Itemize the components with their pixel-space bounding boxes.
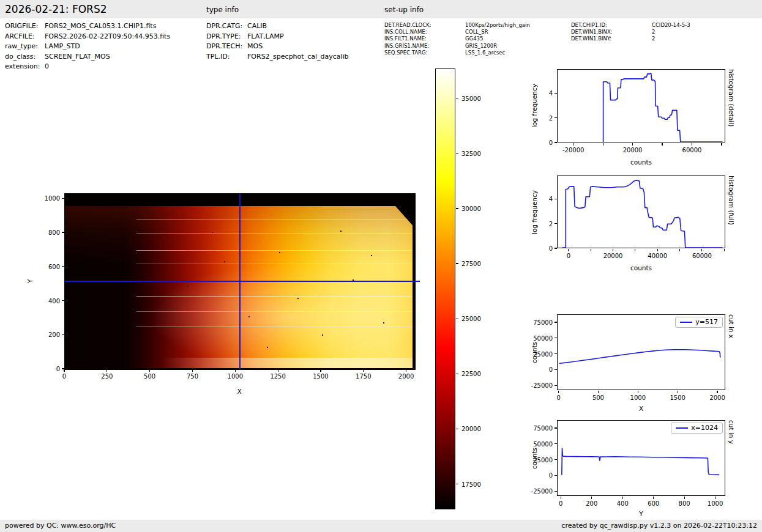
cut-x-caption: cut in x (728, 314, 735, 390)
bottom-bright-band (128, 358, 415, 368)
setup-info-row: INS.FILT1.NAME:GG435 (384, 35, 530, 42)
cut-y-caption: cut in y (728, 420, 735, 496)
hist-full-y-axis: 024 (528, 175, 557, 248)
file-info-row: extension:0 (5, 62, 170, 72)
crosshair-horizontal-y517 (65, 281, 420, 282)
legend-line-swatch (676, 427, 688, 429)
setup-info-heading: set-up info (384, 6, 424, 14)
type-info-row: DPR.TYPE:FLAT,LAMP (206, 32, 349, 42)
colorbar-axis: 3500032500300002750025000225002000017500 (456, 68, 490, 509)
setup-info-row: DET.WIN1.BINY:2 (571, 35, 690, 42)
footer-left-text: powered by QC: www.eso.org/HC (5, 520, 116, 532)
cut-x-x-label: X (557, 405, 725, 412)
file-info-block: ORIGFILE:FORS2_MOS_CAL053.1.CHIP1.fits A… (5, 21, 170, 72)
type-info-heading: type info (206, 6, 239, 14)
cut-y-legend: x=1024 (671, 423, 723, 434)
page-title: 2026-02-21: FORS2 (5, 3, 107, 15)
hist-full-x-label: counts (557, 264, 725, 272)
main-y-axis-label: Y (26, 193, 34, 369)
qc-report-page: { "header": { "title": "2026-02-21: FORS… (0, 0, 762, 532)
type-info-block: DPR.CATG:CALIB DPR.TYPE:FLAT,LAMP DPR.TE… (206, 21, 349, 62)
file-info-row: do_class:SCREEN_FLAT_MOS (5, 52, 170, 62)
cut-y-x-axis: 02004006008001000 (557, 497, 725, 509)
setup-info-row: DET.CHIP1.ID:CCID20-14-5-3 (571, 22, 690, 29)
hist-full-caption: histogram (full) (728, 175, 735, 248)
setup-info-row: SEQ.SPEC.TARG:LSS_1.6_arcsec (384, 50, 530, 56)
hist-detail-x-axis: -200002000060000 (557, 143, 725, 155)
setup-info-row: DET.WIN1.BINX:2 (571, 29, 690, 35)
type-info-row: DPR.CATG:CALIB (206, 21, 349, 32)
cut-x-y-axis: -250000250005000075000 (528, 314, 557, 390)
footer-bar: powered by QC: www.eso.org/HC created by… (0, 520, 762, 532)
footer-right-text: created by qc_rawdisp.py v1.2.3 on 2026-… (561, 520, 757, 532)
type-info-row: DPR.TECH:MOS (206, 42, 349, 52)
hist-detail-x-label: counts (557, 158, 725, 166)
main-x-axis: 025050075010001250150017502000 (64, 369, 414, 383)
setup-info-block-1: DET.READ.CLOCK:100Kps/2ports/high_gain I… (384, 22, 530, 56)
histogram-full-plot (557, 175, 725, 248)
legend-line-swatch (680, 322, 692, 323)
main-y-axis: 02004006008001000 (35, 193, 64, 369)
hist-detail-y-axis: 024 (528, 69, 557, 142)
cut-y-x-label: Y (557, 510, 725, 517)
colorbar (435, 68, 455, 509)
cut-y-y-axis: -250000250005000075000 (528, 420, 557, 496)
main-x-axis-label: X (64, 388, 414, 395)
cut-x-x-axis: 0500100015002000 (557, 391, 725, 403)
setup-info-row: INS.GRIS1.NAME:GRIS_1200R (384, 43, 530, 50)
file-info-row: raw_type:LAMP_STD (5, 42, 170, 52)
setup-info-row: INS.COLL.NAME:COLL_SR (384, 29, 530, 35)
hist-full-x-axis: 0200004000060000 (557, 249, 725, 261)
cut-x-legend: y=517 (675, 317, 723, 328)
file-info-row: ARCFILE:FORS2.2026-02-22T09:50:44.953.fi… (5, 32, 170, 42)
header-bar (0, 0, 762, 18)
raw-image-heatmap (64, 193, 416, 370)
setup-info-block-2: DET.CHIP1.ID:CCID20-14-5-3 DET.WIN1.BINX… (571, 22, 690, 43)
setup-info-row: DET.READ.CLOCK:100Kps/2ports/high_gain (384, 22, 530, 29)
file-info-row: ORIGFILE:FORS2_MOS_CAL053.1.CHIP1.fits (5, 21, 170, 32)
hist-detail-caption: histogram (detail) (728, 69, 735, 142)
histogram-detail-plot (557, 69, 725, 142)
type-info-row: TPL.ID:FORS2_specphot_cal_daycalib (206, 52, 349, 62)
